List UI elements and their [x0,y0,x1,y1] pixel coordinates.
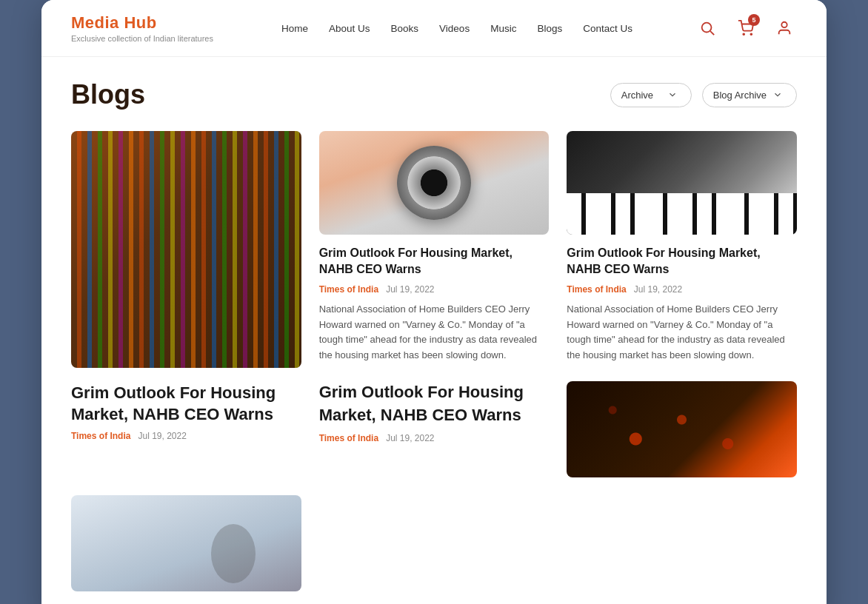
blog-card-content: Grim Outlook For Housing Market, NAHB CE… [319,381,550,451]
blog-card-large[interactable]: Grim Outlook For Housing Market, NAHB CE… [71,131,301,449]
blog-date: Jul 19, 2022 [138,431,186,441]
blog-source: Times of India [71,431,130,441]
svg-point-2 [743,33,744,35]
blog-card-content: Grim Outlook For Housing Market, NAHB CE… [567,235,797,363]
blog-source: Times of India [319,433,378,443]
logo-title[interactable]: Media Hub [71,13,219,33]
search-button[interactable] [695,16,720,41]
blog-meta: Times of India Jul 19, 2022 [319,433,550,443]
nav-contact[interactable]: Contact Us [583,23,632,34]
blog-meta: Times of India Jul 19, 2022 [567,284,797,295]
svg-point-3 [750,33,752,35]
cart-button[interactable]: 5 [733,16,758,41]
blog-card-title: Grim Outlook For Housing Market, NAHB CE… [567,245,797,278]
logo-area: Media Hub Exclusive collection of Indian… [71,13,219,43]
blog-card-content: Grim Outlook For Housing Market, NAHB CE… [71,368,301,449]
svg-point-0 [702,23,712,33]
chevron-down-icon [772,90,783,100]
nav-blogs[interactable]: Blogs [537,23,562,34]
blog-image-speaker [71,495,301,591]
blog-source: Times of India [319,284,378,295]
blogs-header: Blogs Archive Blog Archive [71,79,797,110]
user-icon [776,20,792,36]
blog-image-mixer [567,381,797,477]
blog-date: Jul 19, 2022 [386,284,434,295]
blog-meta: Times of India Jul 19, 2022 [71,431,301,441]
archive-label: Archive [621,90,653,101]
main-nav: Home About Us Books Videos Music Blogs C… [219,23,695,34]
blog-card-title: Grim Outlook For Housing Market, NAHB CE… [319,245,550,278]
blog-image-books [71,131,301,368]
nav-home[interactable]: Home [281,23,308,34]
nav-music[interactable]: Music [490,23,516,34]
blog-date: Jul 19, 2022 [634,284,682,295]
header: Media Hub Exclusive collection of Indian… [41,0,827,57]
search-icon [699,20,715,36]
blog-card-speaker[interactable] [71,495,301,591]
main-content: Blogs Archive Blog Archive Grim Outlook … [41,57,827,604]
blog-image-piano [567,131,797,235]
archive-dropdown[interactable]: Archive [610,83,692,107]
blog-card-mixer[interactable] [567,381,797,477]
user-button[interactable] [772,16,797,41]
blog-excerpt: National Association of Home Builders CE… [319,302,550,363]
blog-archive-dropdown[interactable]: Blog Archive [702,83,797,107]
svg-line-1 [710,31,714,35]
nav-videos[interactable]: Videos [439,23,470,34]
blog-card-piano[interactable]: Grim Outlook For Housing Market, NAHB CE… [567,131,797,363]
blog-card-title: Grim Outlook For Housing Market, NAHB CE… [71,383,301,425]
nav-books[interactable]: Books [391,23,419,34]
blog-image-cd [319,131,550,235]
blog-card-title: Grim Outlook For Housing Market, NAHB CE… [319,381,550,427]
blog-archive-label: Blog Archive [713,90,767,101]
blog-source: Times of India [567,284,626,295]
blog-card-content: Grim Outlook For Housing Market, NAHB CE… [319,235,550,363]
svg-point-4 [781,22,787,27]
cart-badge: 5 [748,14,760,26]
blog-card-text-only[interactable]: Grim Outlook For Housing Market, NAHB CE… [319,381,550,451]
nav-about[interactable]: About Us [329,23,370,34]
blog-excerpt: National Association of Home Builders CE… [567,302,797,363]
page-title: Blogs [71,79,145,110]
browser-window: Media Hub Exclusive collection of Indian… [41,0,827,604]
blog-date: Jul 19, 2022 [386,433,434,443]
filter-group: Archive Blog Archive [610,83,797,107]
chevron-down-icon [667,90,678,100]
logo-subtitle: Exclusive collection of Indian literatur… [71,34,219,43]
header-actions: 5 [695,16,797,41]
blog-card-cd[interactable]: Grim Outlook For Housing Market, NAHB CE… [319,131,550,363]
blog-meta: Times of India Jul 19, 2022 [319,284,550,295]
